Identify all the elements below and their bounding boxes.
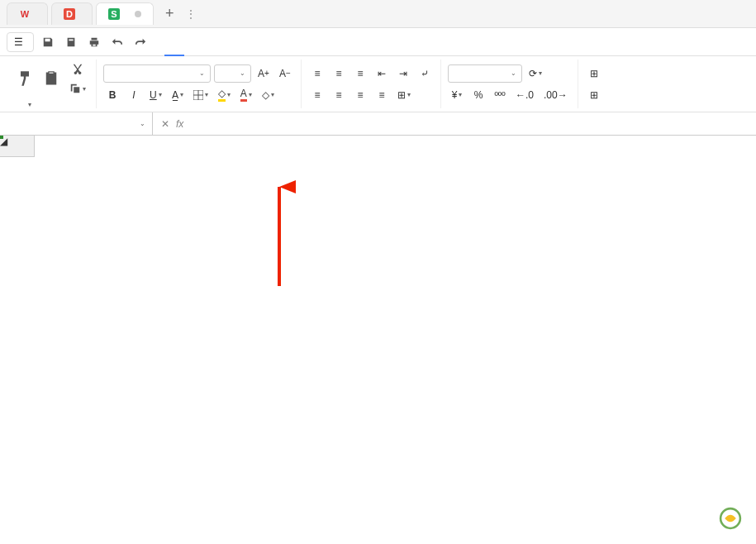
decimal-decrease-button[interactable]: ←.0: [512, 86, 537, 104]
wrap-button[interactable]: ⤶: [416, 64, 434, 83]
font-color-button[interactable]: A▾: [237, 86, 255, 104]
menu-tab-tools[interactable]: [303, 28, 323, 56]
paste-button[interactable]: [40, 68, 63, 89]
align-middle-button[interactable]: ≡: [330, 64, 348, 83]
percent-button[interactable]: %: [469, 86, 487, 104]
font-decrease-button[interactable]: A−: [276, 64, 294, 83]
menu-tab-data[interactable]: [244, 28, 264, 56]
tab-bar: W D S + ⋮: [0, 0, 756, 28]
export-button[interactable]: [62, 33, 80, 51]
align-center-button[interactable]: ≡: [330, 86, 348, 104]
hamburger-icon: ☰: [14, 36, 23, 48]
chevron-down-icon: ⌄: [140, 120, 145, 127]
underline-button[interactable]: U▾: [146, 86, 165, 104]
fill-color-button[interactable]: ◇▾: [215, 86, 234, 104]
menu-bar: ☰: [0, 28, 756, 56]
menu-tab-formula[interactable]: [224, 28, 244, 56]
font-increase-button[interactable]: A+: [254, 64, 273, 83]
spreadsheet-grid[interactable]: ◢: [0, 136, 756, 541]
menu-tab-extra[interactable]: [363, 28, 383, 56]
tab-add-button[interactable]: +: [157, 5, 183, 22]
tab-workbook[interactable]: S: [96, 2, 154, 25]
fx-icon[interactable]: fx: [176, 118, 183, 130]
undo-button[interactable]: [108, 33, 126, 51]
save-button[interactable]: [39, 33, 57, 51]
comma-button[interactable]: ººº: [491, 86, 509, 104]
cut-button[interactable]: [66, 60, 89, 78]
decimal-increase-button[interactable]: .00→: [540, 86, 571, 104]
copy-button[interactable]: ▾: [66, 79, 89, 98]
border-button[interactable]: ▾: [190, 86, 212, 104]
merge-button[interactable]: ⊞▾: [394, 86, 414, 104]
row-col-button[interactable]: ⊞: [585, 64, 603, 83]
cancel-icon[interactable]: ✕: [161, 118, 169, 130]
menu-tab-efficiency[interactable]: [343, 28, 363, 56]
wps-icon: W: [19, 8, 31, 20]
tab-more-icon[interactable]: ⋮: [183, 8, 199, 20]
align-top-button[interactable]: ≡: [308, 64, 326, 83]
name-box[interactable]: ⌄: [37, 112, 153, 135]
menu-tab-page[interactable]: [204, 28, 224, 56]
toolbar: ▾ ▾ ⌄ ⌄ A+ A− B I U▾ A̲▾ ▾ ◇▾ A▾ ◇▾ ≡ ≡: [0, 56, 756, 112]
align-left-button[interactable]: ≡: [308, 86, 326, 104]
file-menu-button[interactable]: ☰: [7, 32, 34, 52]
formula-bar: ⌄ ✕ fx: [0, 112, 756, 136]
strikethrough-button[interactable]: A̲▾: [169, 86, 187, 104]
align-justify-button[interactable]: ≡: [373, 86, 391, 104]
menu-tab-review[interactable]: [264, 28, 283, 56]
font-name-select[interactable]: ⌄: [103, 64, 211, 83]
align-right-button[interactable]: ≡: [351, 86, 369, 104]
sheets-icon: S: [108, 8, 120, 20]
menu-tab-view[interactable]: [283, 28, 303, 56]
template-icon: D: [64, 8, 75, 20]
red-arrow-annotation: [263, 179, 296, 294]
tab-close-icon[interactable]: [135, 11, 141, 17]
number-format-select[interactable]: ⌄: [448, 64, 522, 83]
menu-tab-insert[interactable]: [184, 28, 204, 56]
select-all-corner[interactable]: ◢: [0, 136, 35, 157]
bold-button[interactable]: B: [103, 86, 121, 104]
italic-button[interactable]: I: [125, 86, 143, 104]
print-button[interactable]: [85, 33, 103, 51]
tab-template[interactable]: D: [51, 2, 93, 25]
tab-wps[interactable]: W: [7, 2, 48, 25]
indent-increase-button[interactable]: ⇥: [394, 64, 412, 83]
convert-button[interactable]: ⟳▾: [525, 64, 545, 83]
menu-tab-member[interactable]: [323, 28, 343, 56]
align-bottom-button[interactable]: ≡: [351, 64, 369, 83]
menu-tab-start[interactable]: [164, 28, 184, 56]
clear-format-button[interactable]: ◇▾: [259, 86, 278, 104]
redo-button[interactable]: [131, 33, 150, 51]
font-size-select[interactable]: ⌄: [214, 64, 251, 83]
format-painter-button[interactable]: [13, 68, 36, 89]
currency-button[interactable]: ¥▾: [448, 86, 466, 104]
indent-decrease-button[interactable]: ⇤: [373, 64, 391, 83]
worksheet-button[interactable]: ⊞: [585, 86, 603, 104]
